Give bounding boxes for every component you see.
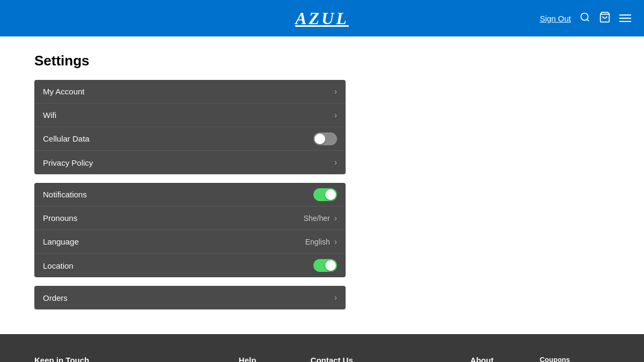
footer-col-links: Coupons Gift Cards Stores 📍Find a Store <box>540 356 589 362</box>
privacy-policy-label: Privacy Policy <box>43 158 93 167</box>
footer-col-about: About About Azul Our Mission <box>470 356 507 362</box>
pronouns-chevron: › <box>334 213 337 223</box>
logo-text: AZUL <box>295 9 349 28</box>
cart-icon[interactable] <box>599 11 611 26</box>
orders-label: Orders <box>43 293 68 302</box>
settings-row-my-account[interactable]: My Account › <box>34 80 346 104</box>
footer-col-help: Help Order Status Shipping Returns <box>239 356 279 362</box>
logo[interactable]: AZUL <box>295 9 349 28</box>
settings-group-3: Orders › <box>34 286 346 309</box>
wifi-chevron: › <box>334 110 337 120</box>
location-toggle-knob <box>325 260 336 271</box>
location-toggle[interactable] <box>313 259 337 272</box>
keep-in-touch-heading: Keep in Touch <box>34 356 207 362</box>
notifications-right <box>313 188 337 201</box>
language-label: Language <box>43 237 79 246</box>
cellular-data-label: Cellular Data <box>43 134 90 143</box>
svg-point-0 <box>581 13 588 20</box>
language-right: English › <box>305 237 337 247</box>
my-account-right: › <box>334 87 337 97</box>
cellular-data-toggle[interactable] <box>313 132 337 145</box>
contact-us-heading: Contact Us <box>311 356 438 362</box>
settings-row-location[interactable]: Location <box>34 254 346 277</box>
wifi-label: Wifi <box>43 110 56 120</box>
orders-chevron: › <box>334 293 337 302</box>
pronouns-label: Pronouns <box>43 213 77 223</box>
location-right <box>313 259 337 272</box>
sign-out-link[interactable]: Sign Out <box>540 14 571 23</box>
language-chevron: › <box>334 237 337 247</box>
settings-row-orders[interactable]: Orders › <box>34 286 346 309</box>
location-label: Location <box>43 261 74 270</box>
my-account-chevron: › <box>334 87 337 97</box>
settings-row-wifi[interactable]: Wifi › <box>34 104 346 127</box>
notifications-toggle-knob <box>325 189 336 200</box>
privacy-policy-right: › <box>334 158 337 167</box>
footer: Keep in Touch Sign up for news on our ne… <box>0 334 644 362</box>
about-heading: About <box>470 356 507 362</box>
settings-row-language[interactable]: Language English › <box>34 230 346 254</box>
page-title: Settings <box>34 53 610 69</box>
settings-row-privacy-policy[interactable]: Privacy Policy › <box>34 151 346 174</box>
settings-row-pronouns[interactable]: Pronouns She/her › <box>34 206 346 230</box>
svg-line-1 <box>587 19 589 21</box>
footer-col-contact-us: Contact Us Email Call: (312) 123-4568 13… <box>311 356 438 362</box>
notifications-label: Notifications <box>43 190 87 199</box>
search-icon[interactable] <box>580 12 590 25</box>
footer-link-coupons[interactable]: Coupons <box>540 356 589 362</box>
settings-group-2: Notifications Pronouns She/her › Languag… <box>34 183 346 277</box>
wifi-right: › <box>334 110 337 120</box>
pronouns-right: She/her › <box>304 213 337 223</box>
notifications-toggle[interactable] <box>313 188 337 201</box>
settings-row-cellular-data[interactable]: Cellular Data <box>34 127 346 151</box>
hamburger-icon[interactable] <box>619 14 631 22</box>
header-right: Sign Out <box>540 11 631 26</box>
main-content: Settings My Account › Wifi › Cellular Da… <box>0 36 644 334</box>
language-value: English <box>305 238 330 246</box>
cellular-data-toggle-knob <box>314 134 325 144</box>
help-heading: Help <box>239 356 279 362</box>
privacy-policy-chevron: › <box>334 158 337 167</box>
footer-col-keep-in-touch: Keep in Touch Sign up for news on our ne… <box>34 356 207 362</box>
settings-group-1: My Account › Wifi › Cellular Data Privac… <box>34 80 346 174</box>
cellular-data-right <box>313 132 337 145</box>
settings-row-notifications[interactable]: Notifications <box>34 183 346 206</box>
my-account-label: My Account <box>43 87 85 96</box>
pronouns-value: She/her <box>304 214 330 223</box>
header: AZUL Sign Out <box>0 0 644 36</box>
orders-right: › <box>334 293 337 302</box>
